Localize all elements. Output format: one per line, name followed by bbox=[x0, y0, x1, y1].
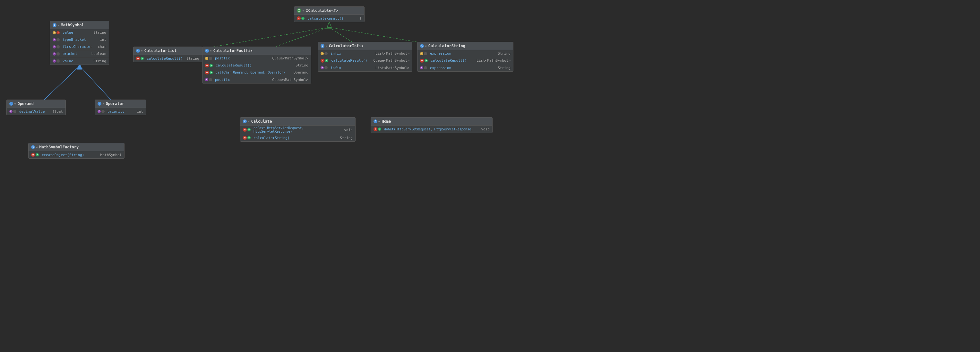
header-CalculatorString: C « CalculatorString bbox=[417, 42, 513, 50]
vis-e-cp4 bbox=[209, 78, 212, 81]
method-icon-cl: m bbox=[136, 56, 140, 60]
method-icon-cs2: m bbox=[420, 59, 424, 62]
vis-yellow-1: ! bbox=[52, 31, 56, 34]
field-type-firstChar: char bbox=[98, 45, 107, 49]
box-CalculatorPostfix: C « CalculatorPostfix ! postfix Queue<Ma… bbox=[202, 46, 311, 83]
row-calToVar-CalcPostfix: m + calToVar(Operand, Operand, Operator)… bbox=[202, 69, 311, 76]
row-infix2-CalcInfix: P infix List<MathSymbol> bbox=[318, 64, 412, 71]
box-Operator: C « Operator P priority int bbox=[95, 99, 146, 115]
field-type-infix-1: List<MathSymbol> bbox=[375, 51, 409, 56]
method-type-cp2: String bbox=[296, 63, 309, 67]
field-decimalValue: decimalValue bbox=[19, 109, 51, 114]
vis-prot-ci3: P bbox=[321, 66, 324, 69]
vis-prot-cs3: P bbox=[420, 66, 423, 69]
vis-pub-ci2: + bbox=[325, 59, 328, 62]
box-MathSymbol: C « MathSymbol ! ? value String P typeBr… bbox=[50, 21, 109, 65]
field-bracket: bracket bbox=[62, 52, 90, 56]
vis-prot-op1: P bbox=[9, 110, 13, 113]
method-icon-home1: m bbox=[374, 127, 377, 131]
vis-pub-cp3: + bbox=[210, 71, 213, 74]
box-Home: C « Home m + doGet(HttpServletRequest, H… bbox=[371, 117, 493, 133]
method-icon-cp2: m bbox=[205, 64, 209, 67]
vis-pub-cs2: + bbox=[425, 59, 428, 62]
vis-priv-1: ? bbox=[56, 31, 60, 34]
vis-extra-3 bbox=[56, 45, 60, 48]
icon-MathSymbolFactory: C bbox=[31, 145, 35, 149]
field-type-bracket: boolean bbox=[91, 52, 106, 56]
vis-e-ci1 bbox=[325, 52, 328, 55]
vis-pub-cp2: + bbox=[210, 64, 213, 67]
field-type-typeBracket: int bbox=[100, 38, 106, 42]
method-icon-calc1: m bbox=[243, 128, 247, 132]
vis-prot-5: P bbox=[52, 59, 56, 62]
icon-Operand: C bbox=[9, 102, 13, 106]
icon-Operator: C bbox=[97, 102, 102, 106]
method-type-ci2: Queue<MathSymbol> bbox=[373, 58, 409, 62]
method-type-cs2: List<MathSymbol> bbox=[477, 58, 511, 62]
vis-pub-cl: + bbox=[140, 57, 144, 60]
header-ICalculable: I « ICalculable<T> bbox=[294, 7, 364, 15]
name-Home: Home bbox=[382, 119, 391, 124]
field-type-postfix-1: Queue<MathSymbol> bbox=[272, 56, 309, 60]
vis-pub-msf1: + bbox=[36, 153, 39, 157]
method-name-cs2: calculateResult() bbox=[431, 58, 475, 62]
method-type-calcResult-ICalc: T bbox=[360, 16, 362, 21]
vis-prot-3: P bbox=[52, 45, 56, 48]
box-CalculatorInfix: C « CalculatorInfix ! infix List<MathSym… bbox=[318, 42, 412, 72]
field-expression-2: expression bbox=[430, 66, 496, 70]
row-calcResult-CalcStr: m + calculateResult() List<MathSymbol> bbox=[417, 57, 513, 64]
svg-marker-4 bbox=[327, 22, 332, 28]
method-name-calcResult-ICalc: calculateResult() bbox=[307, 16, 358, 21]
field-expression-1: expression bbox=[430, 51, 496, 56]
vis-icon-1: + bbox=[301, 17, 304, 20]
method-type-cl: String bbox=[186, 56, 199, 61]
vis-prot-or1: P bbox=[97, 110, 101, 113]
name-CalculatorList: CalculatorList bbox=[144, 48, 177, 53]
vis-e-cs1 bbox=[424, 52, 427, 55]
field-typeBracket: typeBracket bbox=[62, 38, 98, 42]
row-infix1-CalcInfix: ! infix List<MathSymbol> bbox=[318, 50, 412, 57]
row-doPost-Calculate: m + doPost(HttpServletRequest, HttpServl… bbox=[240, 126, 355, 134]
method-icon-ci2: m bbox=[321, 59, 325, 62]
field-type-value-1: String bbox=[93, 30, 106, 35]
row-expr2-CalcStr: P expression String bbox=[417, 64, 513, 71]
method-name-createObject: createObject(String) bbox=[42, 153, 99, 157]
field-value-1: value bbox=[62, 30, 92, 35]
field-postfix-1: postfix bbox=[215, 56, 270, 60]
method-name-cp2: calculateResult() bbox=[216, 63, 294, 67]
method-name-ci2: calculateResult() bbox=[331, 58, 372, 62]
vis-y-cp1: ! bbox=[205, 57, 208, 60]
name-CalculatorString: CalculatorString bbox=[428, 44, 465, 48]
icon-CalcStr: C bbox=[420, 44, 424, 48]
field-value-2: value bbox=[62, 59, 92, 63]
method-type-cp3: Operand bbox=[294, 70, 309, 75]
method-name-doGet: doGet(HttpServletRequest, HttpServletRes… bbox=[384, 128, 480, 131]
icon-MathSymbol: C bbox=[52, 23, 56, 27]
field-type-postfix-2: Queue<MathSymbol> bbox=[272, 78, 309, 82]
vis-e-op1 bbox=[13, 110, 16, 113]
vis-extra-5 bbox=[56, 59, 60, 62]
row-calcResult-CalcInfix: m + calculateResult() Queue<MathSymbol> bbox=[318, 57, 412, 64]
name-CalculatorInfix: CalculatorInfix bbox=[329, 44, 363, 48]
field-firstCharacter: firstCharacter bbox=[62, 45, 96, 49]
vis-e-cp1 bbox=[209, 57, 212, 60]
field-type-priority: int bbox=[137, 109, 143, 114]
method-type-calculate: String bbox=[340, 136, 353, 140]
name-ICalculable: ICalculable<T> bbox=[306, 8, 338, 13]
header-Operand: C « Operand bbox=[7, 100, 65, 108]
field-postfix-2: postfix bbox=[215, 78, 270, 82]
header-CalculatorInfix: C « CalculatorInfix bbox=[318, 42, 412, 50]
vis-e-or1 bbox=[102, 110, 105, 113]
method-type-doGet: void bbox=[481, 127, 490, 131]
field-type-decimalValue: float bbox=[52, 109, 63, 114]
box-Calculate: C « Calculate m + doPost(HttpServletRequ… bbox=[240, 117, 356, 142]
row-calcResult-CalcList: m + calculateResult() String bbox=[134, 55, 202, 62]
vis-pub-calc2: + bbox=[247, 136, 251, 139]
header-MathSymbol: C « MathSymbol bbox=[50, 21, 109, 29]
method-type-doPost: void bbox=[344, 128, 353, 132]
icon-Home: C bbox=[374, 120, 377, 123]
header-Home: C « Home bbox=[371, 118, 492, 126]
header-CalculatorPostfix: C « CalculatorPostfix bbox=[202, 47, 311, 55]
row-firstChar-MathSymbol: P firstCharacter char bbox=[50, 43, 109, 50]
field-infix-2: infix bbox=[331, 66, 374, 70]
